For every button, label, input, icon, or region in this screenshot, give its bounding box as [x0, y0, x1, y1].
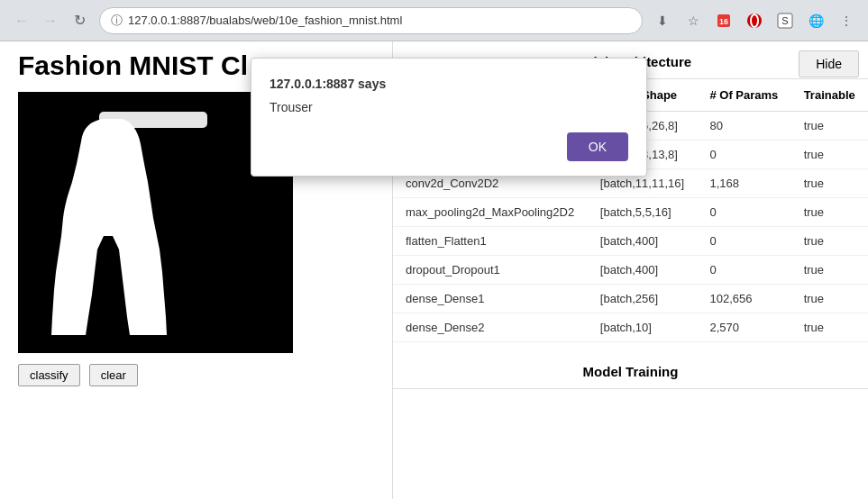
extension-icon-2[interactable]: S — [772, 8, 798, 33]
nav-buttons: ← → ↻ — [9, 8, 92, 33]
extension-icon-1[interactable]: 16 — [711, 8, 736, 33]
browser-toolbar: ← → ↻ ⓘ 127.0.0.1:8887/bualabs/web/10e_f… — [0, 0, 868, 41]
globe-icon[interactable]: 🌐 — [803, 8, 828, 33]
dialog-overlay: 127.0.0.1:8887 says Trouser OK — [0, 41, 868, 499]
back-button[interactable]: ← — [9, 8, 34, 33]
url-text: 127.0.0.1:8887/bualabs/web/10e_fashion_m… — [128, 14, 402, 27]
browser-toolbar-icons: ⬇ ☆ 16 S 🌐 ⋮ — [650, 8, 859, 33]
bookmark-icon[interactable]: ☆ — [681, 8, 706, 33]
lock-icon: ⓘ — [111, 13, 123, 29]
svg-text:16: 16 — [719, 17, 728, 26]
forward-button[interactable]: → — [38, 8, 63, 33]
dialog-box: 127.0.0.1:8887 says Trouser OK — [251, 58, 647, 177]
svg-text:S: S — [781, 15, 788, 26]
dialog-title: 127.0.0.1:8887 says — [270, 77, 628, 91]
ok-button[interactable]: OK — [567, 132, 628, 161]
page-content: Hide 127.0.0.1:8887 says Trouser OK Fash… — [0, 41, 868, 499]
address-bar[interactable]: ⓘ 127.0.0.1:8887/bualabs/web/10e_fashion… — [99, 7, 643, 34]
svg-point-2 — [747, 14, 762, 28]
download-icon[interactable]: ⬇ — [650, 8, 675, 33]
dialog-message: Trouser — [270, 100, 628, 114]
opera-icon[interactable] — [742, 8, 767, 33]
dialog-footer: OK — [270, 132, 628, 161]
reload-button[interactable]: ↻ — [67, 8, 92, 33]
menu-icon[interactable]: ⋮ — [834, 8, 859, 33]
